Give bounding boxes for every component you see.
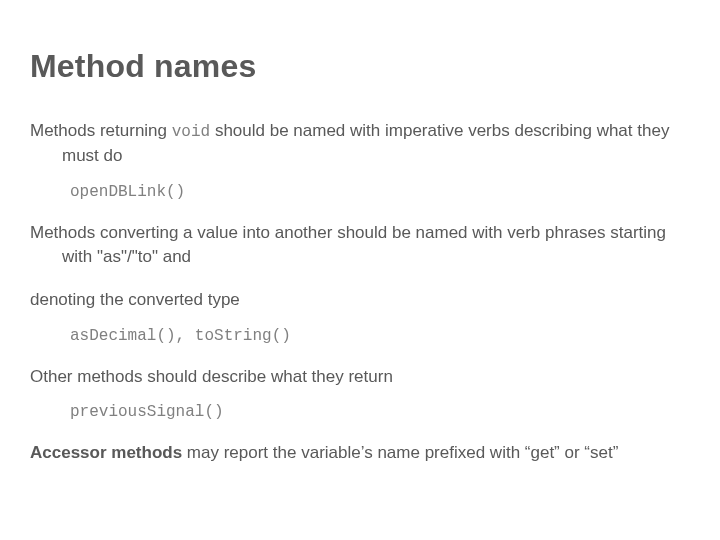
code-example-opendblink: openDBLink() [70, 183, 690, 201]
slide-body: Methods returning void should be named w… [30, 119, 690, 466]
code-example-asdecimal: asDecimal(), toString() [70, 327, 690, 345]
text-bold: Accessor methods [30, 443, 182, 462]
paragraph-denoting-type: denoting the converted type [30, 288, 690, 313]
paragraph-conversion-methods: Methods converting a value into another … [30, 221, 690, 270]
text: Methods returning [30, 121, 172, 140]
code-example-previoussignal: previousSignal() [70, 403, 690, 421]
paragraph-void-methods: Methods returning void should be named w… [30, 119, 690, 169]
text: may report the variable’s name prefixed … [182, 443, 618, 462]
slide-title: Method names [30, 48, 690, 85]
code-void: void [172, 123, 210, 141]
paragraph-accessor-methods: Accessor methods may report the variable… [30, 441, 690, 466]
paragraph-other-methods: Other methods should describe what they … [30, 365, 690, 390]
slide: Method names Methods returning void shou… [0, 0, 720, 540]
